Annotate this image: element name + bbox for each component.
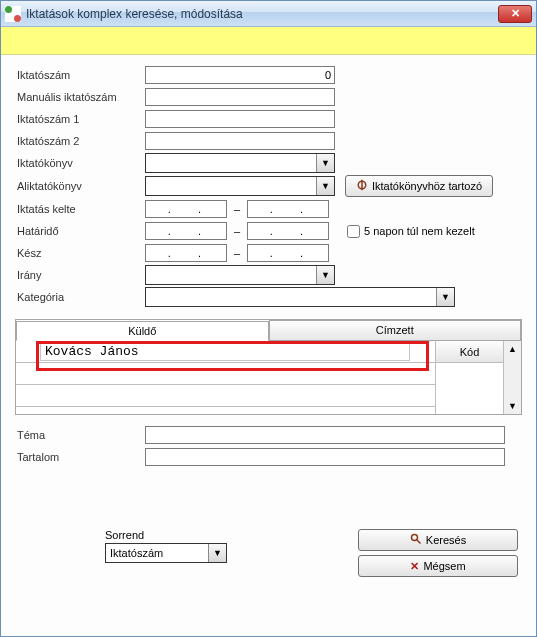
date-hatarido-from[interactable] — [145, 222, 227, 240]
combo-kategoria[interactable]: ▼ — [145, 287, 455, 307]
content-area: Iktatószám Manuális iktatószám Iktatószá… — [1, 55, 536, 636]
date-kesz-to[interactable] — [247, 244, 329, 262]
input-iktatoszam2[interactable] — [145, 132, 335, 150]
input-iktatoszam1[interactable] — [145, 110, 335, 128]
label-aliktatokonyv: Aliktatókönyv — [15, 180, 145, 192]
range-dash: – — [231, 225, 243, 237]
info-strip — [1, 27, 536, 55]
tab-cimzett[interactable]: Címzett — [269, 320, 522, 340]
input-iktatoszam[interactable] — [145, 66, 335, 84]
dialog-window: Iktatások komplex keresése, módosítása ✕… — [0, 0, 537, 637]
label-irany: Irány — [15, 269, 145, 281]
range-dash: – — [231, 203, 243, 215]
label-kesz: Kész — [15, 247, 145, 259]
grid-scrollbar[interactable]: ▲ ▼ — [503, 341, 521, 414]
cancel-icon: ✕ — [410, 560, 419, 573]
svg-point-2 — [411, 535, 417, 541]
combo-irany-input[interactable] — [146, 266, 316, 284]
titlebar: Iktatások komplex keresése, módosítása ✕ — [1, 1, 536, 27]
bind-icon — [356, 179, 368, 193]
checkbox-5napon-label: 5 napon túl nem kezelt — [364, 225, 475, 237]
combo-iktatokonyv[interactable]: ▼ — [145, 153, 335, 173]
combo-kategoria-input[interactable] — [146, 288, 436, 306]
cancel-button-label: Mégsem — [423, 560, 465, 572]
input-tema[interactable] — [145, 426, 505, 444]
search-button-label: Keresés — [426, 534, 466, 546]
input-tartalom[interactable] — [145, 448, 505, 466]
combo-aliktatokonyv[interactable]: ▼ — [145, 176, 335, 196]
combo-iktatokonyv-input[interactable] — [146, 154, 316, 172]
label-tartalom: Tartalom — [15, 451, 145, 463]
window-title: Iktatások komplex keresése, módosítása — [26, 7, 498, 21]
search-icon — [410, 533, 422, 547]
label-iktatoszam2: Iktatószám 2 — [15, 135, 145, 147]
date-hatarido-to[interactable] — [247, 222, 329, 240]
label-hatarido: Határidő — [15, 225, 145, 237]
tab-kuldo[interactable]: Küldő — [16, 321, 269, 341]
cancel-button[interactable]: ✕ Mégsem — [358, 555, 518, 577]
label-iktatokonyv: Iktatókönyv — [15, 157, 145, 169]
input-manualis[interactable] — [145, 88, 335, 106]
iktatokonyvhoz-label: Iktatókönyvhöz tartozó — [372, 180, 482, 192]
label-manualis: Manuális iktatószám — [15, 91, 145, 103]
combo-irany[interactable]: ▼ — [145, 265, 335, 285]
kod-header: Kód — [436, 341, 503, 363]
chevron-down-icon[interactable]: ▼ — [316, 266, 334, 284]
app-icon — [5, 6, 21, 22]
table-row[interactable] — [16, 363, 435, 385]
label-tema: Téma — [15, 429, 145, 441]
range-dash: – — [231, 247, 243, 259]
grid-body — [16, 341, 435, 414]
close-icon: ✕ — [511, 7, 520, 20]
chevron-down-icon[interactable]: ▼ — [436, 288, 454, 306]
table-row[interactable] — [16, 385, 435, 407]
scroll-down-icon[interactable]: ▼ — [508, 398, 517, 414]
sender-recipient-tabs: Küldő Címzett Kód ▲ ▼ — [15, 319, 522, 415]
grid: Kód ▲ ▼ — [16, 340, 521, 414]
chevron-down-icon[interactable]: ▼ — [316, 154, 334, 172]
checkbox-5napon[interactable] — [347, 225, 360, 238]
date-iktatas-from[interactable] — [145, 200, 227, 218]
search-button[interactable]: Keresés — [358, 529, 518, 551]
combo-aliktatokonyv-input[interactable] — [146, 177, 316, 195]
date-iktatas-to[interactable] — [247, 200, 329, 218]
grid-kod-column: Kód — [435, 341, 503, 414]
label-kategoria: Kategória — [15, 291, 145, 303]
label-iktatoszam1: Iktatószám 1 — [15, 113, 145, 125]
svg-line-3 — [417, 540, 421, 544]
label-iktatoszam: Iktatószám — [15, 69, 145, 81]
grid-cell-name[interactable] — [40, 343, 410, 361]
label-iktatas-kelte: Iktatás kelte — [15, 203, 145, 215]
date-kesz-from[interactable] — [145, 244, 227, 262]
scroll-up-icon[interactable]: ▲ — [508, 341, 517, 357]
close-button[interactable]: ✕ — [498, 5, 532, 23]
table-row[interactable] — [16, 341, 435, 363]
chevron-down-icon[interactable]: ▼ — [316, 177, 334, 195]
iktatokonyvhoz-button[interactable]: Iktatókönyvhöz tartozó — [345, 175, 493, 197]
